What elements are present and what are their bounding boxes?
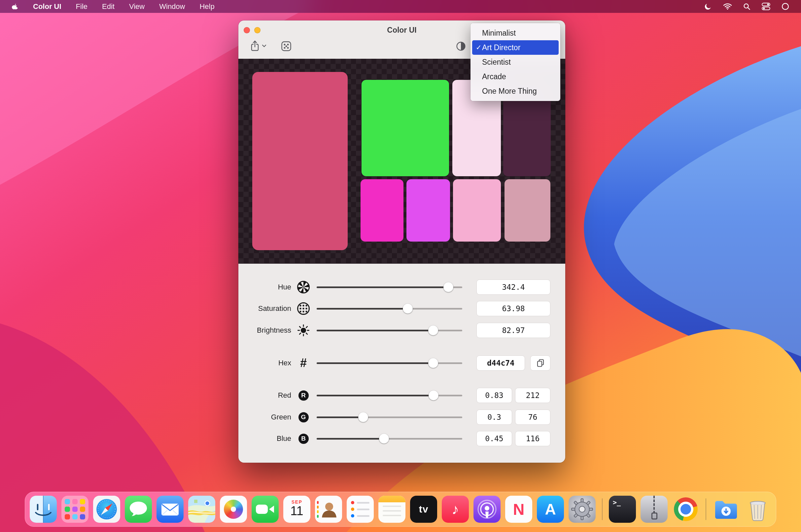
- menu-item-art-director[interactable]: ✓ Art Director: [472, 40, 559, 55]
- hash-icon: #: [297, 357, 310, 369]
- hex-value-field[interactable]: d44c74: [477, 356, 525, 370]
- saturation-value-field[interactable]: 63.98: [477, 301, 551, 316]
- saturation-slider-thumb[interactable]: [403, 304, 413, 314]
- copy-icon: [536, 358, 545, 368]
- red-slider[interactable]: [317, 388, 462, 403]
- dock-reminders-icon[interactable]: [347, 496, 374, 523]
- share-button[interactable]: [250, 40, 266, 52]
- dock-notes-icon[interactable]: [378, 496, 406, 523]
- chevron-down-icon: [262, 44, 266, 48]
- blue-slider-thumb[interactable]: [379, 434, 389, 443]
- red-fraction-field[interactable]: 0.83: [477, 388, 512, 403]
- dock-archive-utility-icon[interactable]: [640, 496, 668, 523]
- menu-item-label: Minimalist: [482, 29, 516, 38]
- theme-popup-button[interactable]: [456, 41, 466, 51]
- green-slider-thumb[interactable]: [358, 412, 368, 422]
- music-note-glyph: ♪: [452, 501, 459, 517]
- hue-slider[interactable]: [317, 280, 462, 295]
- swatch-violet[interactable]: [407, 179, 450, 242]
- slider-track: [317, 286, 462, 288]
- calendar-day: 11: [290, 505, 303, 518]
- blue-fraction: 0.45: [485, 434, 503, 443]
- blue-slider[interactable]: [317, 431, 462, 446]
- dock-app-store-icon[interactable]: A: [537, 496, 564, 523]
- green-integer-field[interactable]: 76: [515, 410, 551, 425]
- dock-facetime-icon[interactable]: [252, 496, 279, 523]
- dock-apple-tv-icon[interactable]: tv: [410, 496, 437, 523]
- red-integer: 212: [526, 391, 540, 400]
- menu-edit[interactable]: Edit: [102, 2, 115, 11]
- hex-slider[interactable]: [317, 356, 462, 370]
- dock-contacts-icon[interactable]: [315, 496, 342, 523]
- menu-item-scientist[interactable]: Scientist: [472, 55, 559, 69]
- hex-row: Hex # d44c74: [238, 356, 565, 370]
- swatch-magenta[interactable]: [360, 179, 404, 242]
- menu-item-minimalist[interactable]: Minimalist: [472, 26, 559, 40]
- brightness-value-field[interactable]: 82.97: [477, 323, 551, 338]
- dice-icon: [281, 41, 292, 52]
- moon-icon[interactable]: [704, 3, 712, 11]
- green-fraction: 0.3: [487, 413, 501, 421]
- dock-trash-icon[interactable]: [744, 496, 771, 523]
- reminder-line: [351, 514, 370, 517]
- chrome-logo: [674, 497, 698, 521]
- red-slider-thumb[interactable]: [429, 391, 439, 400]
- red-badge-icon: R: [297, 389, 310, 402]
- control-center-icon[interactable]: [762, 3, 770, 10]
- menubar-app-name[interactable]: Color UI: [33, 2, 61, 11]
- green-integer: 76: [528, 413, 538, 421]
- slider-track: [317, 308, 462, 309]
- contrast-icon: [456, 41, 466, 51]
- brightness-slider[interactable]: [317, 323, 462, 338]
- dock-photos-icon[interactable]: [220, 496, 247, 523]
- saturation-slider[interactable]: [317, 301, 462, 316]
- menu-item-arcade[interactable]: Arcade: [472, 69, 559, 84]
- blue-integer: 116: [526, 434, 540, 443]
- dock-calendar-icon[interactable]: SEP 11: [283, 496, 310, 523]
- blue-fraction-field[interactable]: 0.45: [477, 431, 512, 446]
- theme-menu: Minimalist ✓ Art Director Scientist Arca…: [470, 23, 560, 101]
- hue-slider-thumb[interactable]: [443, 282, 453, 292]
- dock-downloads-icon[interactable]: [712, 496, 740, 523]
- menu-view[interactable]: View: [129, 2, 145, 11]
- dock-terminal-icon[interactable]: >_: [609, 496, 636, 523]
- brightness-slider-thumb[interactable]: [428, 325, 438, 335]
- saturation-value: 63.98: [502, 304, 525, 313]
- red-integer-field[interactable]: 212: [515, 388, 551, 403]
- hue-value-field[interactable]: 342.4: [477, 280, 551, 295]
- hex-slider-thumb[interactable]: [428, 358, 438, 368]
- app-store-glyph: A: [545, 500, 556, 518]
- dock-maps-icon[interactable]: [188, 496, 215, 523]
- dock-messages-icon[interactable]: [125, 496, 152, 523]
- search-icon[interactable]: [743, 3, 750, 10]
- green-fraction-field[interactable]: 0.3: [477, 410, 512, 425]
- randomize-button[interactable]: [281, 41, 292, 52]
- dock-music-icon[interactable]: ♪: [442, 496, 469, 523]
- dock-news-icon[interactable]: N: [505, 496, 532, 523]
- swatch-current-color[interactable]: [252, 72, 348, 250]
- menu-window[interactable]: Window: [159, 2, 185, 11]
- dock-mail-icon[interactable]: [156, 496, 184, 523]
- wifi-icon[interactable]: [723, 3, 732, 10]
- dock-chrome-icon[interactable]: [672, 496, 699, 523]
- dock-finder-icon[interactable]: [30, 496, 57, 523]
- slider-track: [317, 417, 462, 418]
- blue-integer-field[interactable]: 116: [515, 431, 551, 446]
- swatch-dusty-rose[interactable]: [504, 179, 551, 242]
- menu-file[interactable]: File: [76, 2, 88, 11]
- apple-menu-icon[interactable]: [11, 3, 18, 10]
- menu-item-one-more-thing[interactable]: One More Thing: [472, 84, 559, 98]
- dock-safari-icon[interactable]: [93, 496, 120, 523]
- dock-separator: [706, 498, 706, 520]
- user-circle-icon[interactable]: [782, 3, 789, 10]
- green-slider[interactable]: [317, 410, 462, 425]
- copy-hex-button[interactable]: [530, 356, 551, 370]
- dock-system-preferences-icon[interactable]: [569, 496, 596, 523]
- dock-launchpad-icon[interactable]: [61, 496, 89, 523]
- dock-podcasts-icon[interactable]: [473, 496, 501, 523]
- menu-help[interactable]: Help: [200, 2, 214, 11]
- swatch-pink[interactable]: [453, 179, 501, 242]
- halftone-icon: [297, 302, 310, 315]
- red-row: Red R 0.83 212: [238, 388, 565, 403]
- swatch-green[interactable]: [361, 80, 449, 176]
